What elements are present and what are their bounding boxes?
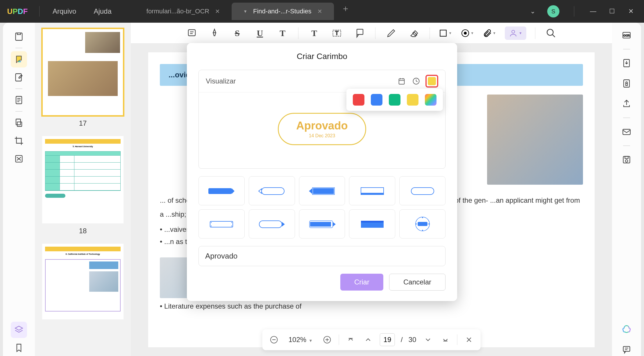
stamp-color-button[interactable] bbox=[425, 75, 438, 88]
preview-label: Visualizar bbox=[206, 77, 392, 85]
zoom-level[interactable]: 102%▼ bbox=[286, 336, 316, 344]
zoom-out-button[interactable] bbox=[268, 334, 280, 346]
page-input[interactable] bbox=[380, 333, 395, 346]
search-tool[interactable] bbox=[544, 26, 558, 40]
menu-file[interactable]: Arquivo bbox=[44, 7, 85, 15]
thumbnail-18[interactable]: 5. Harvard University 18 bbox=[38, 136, 128, 235]
signature-tool[interactable]: ▼ bbox=[505, 26, 526, 40]
edit-tool[interactable] bbox=[11, 69, 27, 86]
tab-dropdown-icon[interactable]: ▼ bbox=[243, 9, 247, 14]
color-red[interactable] bbox=[353, 94, 364, 106]
new-tab-button[interactable]: ＋ bbox=[334, 3, 357, 20]
minimize-button[interactable]: — bbox=[589, 7, 598, 16]
form-tool[interactable] bbox=[11, 115, 27, 131]
doc-image bbox=[487, 95, 583, 185]
next-page-button[interactable] bbox=[422, 334, 434, 346]
doc-bullet: • Literature expenses such as the purcha… bbox=[160, 302, 583, 310]
right-toolbar: OCR bbox=[612, 23, 641, 356]
reader-tool[interactable] bbox=[11, 29, 27, 45]
first-page-button[interactable] bbox=[345, 334, 357, 346]
note-tool[interactable] bbox=[185, 26, 199, 40]
zoom-in-button[interactable] bbox=[321, 334, 333, 346]
share-tool[interactable] bbox=[620, 97, 633, 111]
save-tool[interactable] bbox=[620, 153, 633, 166]
color-yellow[interactable] bbox=[407, 94, 418, 106]
titlebar: UPDF Arquivo Ajuda formulari...ão-br_OCR… bbox=[0, 0, 644, 23]
tab-document-1[interactable]: formulari...ão-br_OCR ✕ bbox=[135, 3, 232, 20]
stamp-shape-1[interactable] bbox=[198, 176, 245, 205]
svg-rect-49 bbox=[313, 188, 334, 194]
svg-rect-17 bbox=[440, 30, 446, 36]
create-stamp-modal: Criar Carimbo Visualizar Aprovado 14 Dec… bbox=[187, 43, 457, 301]
close-icon[interactable]: ✕ bbox=[317, 8, 322, 15]
cancel-button[interactable]: Cancelar bbox=[389, 274, 446, 291]
stamp-tool[interactable]: ▼ bbox=[461, 29, 474, 38]
color-green[interactable] bbox=[389, 94, 400, 106]
redact-tool[interactable] bbox=[11, 151, 27, 167]
eraser-tool[interactable] bbox=[407, 26, 421, 40]
protect-tool[interactable] bbox=[620, 77, 633, 90]
chevron-down-icon[interactable]: ⌄ bbox=[528, 7, 537, 16]
thumbnail-19[interactable]: 6. California Institute of Technology bbox=[38, 244, 128, 319]
color-blue[interactable] bbox=[371, 94, 382, 106]
close-nav-button[interactable] bbox=[463, 334, 475, 346]
prev-page-button[interactable] bbox=[362, 334, 374, 346]
page-tool[interactable] bbox=[11, 92, 27, 108]
left-toolbar bbox=[3, 23, 35, 356]
stamp-shape-4[interactable] bbox=[349, 176, 395, 205]
svg-point-56 bbox=[231, 222, 232, 223]
maximize-button[interactable]: ☐ bbox=[608, 7, 616, 16]
svg-point-66 bbox=[422, 217, 423, 218]
crop-tool[interactable] bbox=[11, 133, 27, 149]
text-tool[interactable]: T bbox=[307, 26, 321, 40]
user-avatar[interactable]: S bbox=[547, 5, 559, 17]
layers-tool[interactable] bbox=[11, 322, 27, 338]
stamp-text-input[interactable] bbox=[198, 246, 446, 266]
thumbnail-17[interactable]: 17 bbox=[38, 29, 128, 127]
bookmark-tool[interactable] bbox=[11, 340, 27, 356]
color-popover bbox=[346, 89, 443, 111]
squiggly-tool[interactable]: T bbox=[276, 26, 289, 40]
stamp-shape-5[interactable] bbox=[399, 176, 446, 205]
svg-rect-53 bbox=[411, 188, 434, 195]
svg-rect-10 bbox=[188, 30, 195, 36]
close-icon[interactable]: ✕ bbox=[215, 8, 220, 15]
svg-point-55 bbox=[211, 222, 212, 223]
svg-rect-54 bbox=[210, 221, 233, 227]
annotation-toolbar: S U T T T ▼ ▼ ▼ ▼ bbox=[131, 23, 612, 44]
tab-label: formulari...ão-br_OCR bbox=[146, 8, 209, 15]
color-custom[interactable] bbox=[425, 94, 437, 106]
comment-tool[interactable] bbox=[11, 51, 27, 67]
callout-tool[interactable] bbox=[353, 26, 366, 40]
stamp-shape-6[interactable] bbox=[198, 209, 245, 238]
convert-tool[interactable] bbox=[620, 56, 633, 70]
menu-help[interactable]: Ajuda bbox=[85, 7, 120, 15]
svg-rect-65 bbox=[418, 222, 427, 226]
create-button[interactable]: Criar bbox=[340, 274, 383, 291]
close-window-button[interactable]: ✕ bbox=[627, 7, 635, 16]
ai-tool[interactable] bbox=[620, 322, 633, 336]
last-page-button[interactable] bbox=[439, 334, 451, 346]
stamp-shape-7[interactable] bbox=[249, 209, 295, 238]
page-total: 30 bbox=[409, 336, 416, 344]
highlight-tool[interactable] bbox=[207, 26, 221, 40]
shape-tool[interactable]: ▼ bbox=[439, 29, 452, 38]
strikethrough-tool[interactable]: S bbox=[230, 26, 244, 40]
time-icon[interactable] bbox=[411, 76, 421, 86]
tab-document-2[interactable]: ▼ Find-and-...r-Studies ✕ bbox=[232, 3, 334, 20]
textbox-tool[interactable]: T bbox=[330, 26, 344, 40]
comment-panel-tool[interactable] bbox=[620, 343, 633, 356]
stamp-shape-3[interactable] bbox=[299, 176, 345, 205]
bottom-navigation: 102%▼ / 30 bbox=[262, 329, 481, 350]
svg-point-68 bbox=[416, 223, 417, 225]
ocr-tool[interactable]: OCR bbox=[620, 29, 633, 42]
email-tool[interactable] bbox=[620, 125, 633, 138]
pencil-tool[interactable] bbox=[384, 26, 398, 40]
stamp-shape-9[interactable] bbox=[349, 209, 395, 238]
date-icon[interactable] bbox=[396, 76, 407, 86]
underline-tool[interactable]: U bbox=[253, 26, 267, 40]
stamp-shape-10[interactable] bbox=[399, 209, 446, 238]
attachment-tool[interactable]: ▼ bbox=[483, 29, 496, 38]
stamp-shape-8[interactable] bbox=[299, 209, 345, 238]
stamp-shape-2[interactable] bbox=[249, 176, 295, 205]
